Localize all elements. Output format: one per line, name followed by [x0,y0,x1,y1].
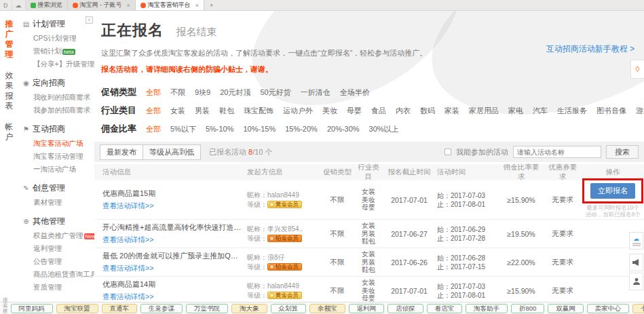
sort-latest-button[interactable]: 最新发布 [100,144,143,160]
filter-option[interactable]: 家装 [444,106,459,116]
sidebar-item-rebate-manage[interactable]: 返利管理 [18,242,94,255]
anti-fraud-tip-toggle[interactable]: ◊ [630,60,644,79]
sidebar-item-taoke-activity-manage[interactable]: 淘宝客活动管理 [18,150,94,163]
sidebar-section-creative[interactable]: ✎ 创意管理 [18,180,94,196]
announcement-widget[interactable] [629,254,643,271]
sidebar-item-rights-promotion[interactable]: 权益类推广管理New [18,229,94,242]
tab-search-browse[interactable]: 搜索浏览 [26,0,68,10]
bottom-link[interactable]: 淘客助手 [466,304,508,313]
vnav-promotion-management[interactable]: 推广管理 [5,19,14,60]
bottom-toolbar: 搜索 推荐 阿里妈妈 淘宝联盟 直通车 生意参谋 万堂书院 淘大象 众划算 余额… [0,302,644,314]
sidebar-item-material-manage[interactable]: 素材管理 [18,196,94,209]
sidebar-item-marketing-plan[interactable]: 营销计划beta [18,45,94,58]
filter-option[interactable]: 一折清仓 [301,87,330,98]
filter-option[interactable]: 汽车 [533,106,548,116]
wangwang-chat-widget[interactable]: ☁ [629,232,643,250]
tab-taoke-platform[interactable]: 淘宝客营销平台 × [136,0,204,10]
filter-option[interactable]: 10%-15% [243,125,276,133]
filter-option[interactable]: 生活服务 [557,106,587,116]
filter-option[interactable]: 女装 [170,106,185,116]
filter-option[interactable]: 家电 [508,106,523,116]
filter-option[interactable]: 游戏话费 [636,106,644,116]
bottom-link[interactable]: 七彩虹官网 [632,304,644,313]
close-tab-icon[interactable]: × [127,2,130,9]
filter-option[interactable]: 男装 [195,106,210,116]
view-detail-link[interactable]: 查看活动详情>> [102,264,153,273]
view-detail-link[interactable]: 查看活动详情>> [102,201,153,211]
sidebar-item-announcement[interactable]: 公告管理 [18,255,94,268]
bottom-link[interactable]: 折800 [511,304,544,313]
sidebar-item-pool-query-tool[interactable]: 商品池租赁查询工具 [18,268,94,281]
bottom-link[interactable]: 万堂书院 [186,304,228,313]
filter-option[interactable]: 9块9 [195,87,210,98]
sort-level-button[interactable]: 等级从高到低 [143,144,201,160]
close-tab-icon[interactable]: × [195,2,199,9]
search-button[interactable]: 搜索 [606,145,639,159]
my-eligible-label[interactable]: 我能参加的活动 [456,147,508,157]
vnav-effect-report[interactable]: 效果报表 [5,71,14,111]
filter-option[interactable]: 5%以下 [170,124,196,134]
bottom-link[interactable]: 卖家中心 [587,304,629,313]
col-industry: 行业类目 [354,163,383,182]
sidebar-item-taoke-activity-square[interactable]: 淘宝客活动广场 [18,137,94,150]
bottom-link[interactable]: 返利网 [349,304,385,313]
sidebar-section-interactive[interactable]: ⚑ 互动招商 [18,121,94,137]
col-activity-info: 活动信息 [94,168,245,177]
sidebar-item-received-demands[interactable]: 我收到的招商需求 [18,91,94,104]
filter-option[interactable]: 运动户外 [283,106,313,116]
sidebar-item-etao-square[interactable]: 一淘活动广场 [18,163,94,176]
cloud-icon[interactable]: ☁ [12,0,26,10]
bottom-link[interactable]: 余额宝 [309,304,345,313]
tab-taobao-subaccount[interactable]: 淘宝网 - 子账号 × [68,0,136,10]
filter-option[interactable]: 全部 [146,106,161,116]
signup-button[interactable]: 立即报名 [590,183,635,199]
filter-option[interactable]: 30%以上 [369,124,399,134]
view-detail-link[interactable]: 查看活动详情>> [102,235,153,245]
view-detail-link[interactable]: 查看活动详情>> [102,292,153,302]
filter-option[interactable]: 不限 [170,87,185,98]
filter-option[interactable]: 全部 [146,124,161,134]
sidebar-section-plan[interactable]: ▤ 计划管理 [18,16,94,32]
browser-logo-icon[interactable]: D [0,0,12,10]
sidebar-item-joined-demands[interactable]: 我参加的招商需求 [18,104,94,117]
bottom-link[interactable]: 阿里妈妈 [11,304,53,313]
filter-option[interactable]: 美妆 [322,106,337,116]
filter-option[interactable]: 母婴 [347,106,362,116]
filter-option[interactable]: 15%-20% [285,125,318,133]
bottom-link[interactable]: 店侦探 [387,304,423,313]
filter-option[interactable]: 内衣 [396,106,411,116]
bottom-link[interactable]: 生意参谋 [140,304,183,313]
filter-option[interactable]: 家居用品 [469,106,499,116]
my-eligible-checkbox[interactable] [444,149,451,155]
filter-option[interactable]: 珠宝配饰 [244,106,273,116]
sidebar-section-targeted[interactable]: ◉ 定向招商 [18,75,94,91]
bottom-link[interactable]: 看店宝 [427,304,463,313]
filter-option[interactable]: 20%-30% [327,125,360,133]
filter-option[interactable]: 数码 [420,106,435,116]
filter-option[interactable]: 图书音像 [596,106,626,116]
bottom-link[interactable]: 淘宝联盟 [56,304,98,313]
bottom-link[interactable]: 双赢网 [548,304,584,313]
vnav-account[interactable]: 帐户 [5,122,14,142]
contact-widget[interactable] [629,273,643,290]
filter-option[interactable]: 食品 [371,106,386,116]
sidebar-item-qualification[interactable]: 资质管理 [18,281,94,294]
sidebar-collapse-button[interactable]: ‹ [86,16,93,24]
filter-option[interactable]: 全场半价 [340,87,370,98]
filter-option[interactable]: 50元好货 [261,87,291,98]
medal-icon [269,202,274,207]
filter-option[interactable]: 5%-10% [206,125,234,133]
sidebar-item-share-upgrade[interactable]: 【分享+】升级管理 [18,58,94,71]
tab-registration-ended[interactable]: 报名结束 [176,26,216,39]
new-tab-button[interactable]: + [204,0,219,10]
sidebar-item-cps-plan[interactable]: CPS计划管理 [18,32,94,45]
filter-option[interactable]: 全部 [146,87,161,98]
bottom-link[interactable]: 淘大象 [231,304,267,313]
bottom-link[interactable]: 直通车 [102,304,138,313]
filter-option[interactable]: 20元封顶 [220,87,250,98]
sidebar-section-other[interactable]: ⊕ 其他管理 [18,214,94,229]
filter-option[interactable]: 鞋包 [219,106,234,116]
bottom-link[interactable]: 众划算 [271,304,307,313]
activity-search-input[interactable] [513,146,601,158]
tutorial-link[interactable]: 互动招商活动新手教程 > [546,43,634,55]
